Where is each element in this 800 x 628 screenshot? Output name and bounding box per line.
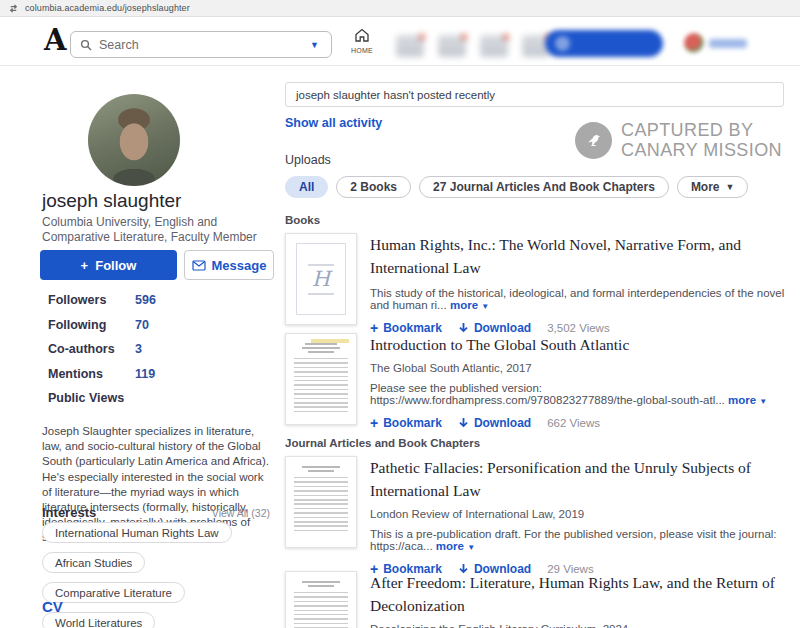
- more-link[interactable]: more: [728, 394, 756, 406]
- upload-item: After Freedom: Literature, Human Rights …: [285, 571, 785, 628]
- nav-home[interactable]: HOME: [345, 28, 379, 54]
- browser-url-bar[interactable]: columbia.academia.edu/josephslaughter: [0, 0, 800, 17]
- page-heading-line: [302, 581, 341, 583]
- plus-icon: +: [370, 415, 378, 431]
- item-thumbnail[interactable]: H: [285, 233, 357, 325]
- item-meta: The Global South Atlantic, 2017: [370, 362, 785, 374]
- stat-label: Mentions: [48, 367, 135, 381]
- filter-all[interactable]: All: [285, 176, 328, 198]
- search-caret-icon[interactable]: ▼: [310, 40, 319, 50]
- activity-status-box: joseph slaughter hasn't posted recently: [285, 82, 784, 107]
- blurred-nav-items: [396, 35, 550, 57]
- filter-books[interactable]: 2 Books: [336, 176, 411, 198]
- bookmark-label: Bookmark: [383, 416, 442, 430]
- search-box[interactable]: ▼: [70, 31, 332, 58]
- bookmark-button[interactable]: +Bookmark: [370, 415, 442, 431]
- item-title[interactable]: Introduction to The Global South Atlanti…: [370, 333, 785, 356]
- filter-more-label: More: [691, 180, 720, 194]
- page: columbia.academia.edu/josephslaughter A …: [0, 0, 800, 628]
- search-input[interactable]: [99, 38, 289, 52]
- blurred-user-avatar[interactable]: [684, 33, 704, 53]
- url-text[interactable]: columbia.academia.edu/josephslaughter: [25, 3, 190, 13]
- filter-journal-articles[interactable]: 27 Journal Articles And Book Chapters: [419, 176, 669, 198]
- stat-label: Following: [48, 318, 135, 332]
- message-button[interactable]: Message: [184, 250, 274, 280]
- stat-row[interactable]: Public Views: [48, 386, 263, 411]
- item-meta: Decolonizing the English Literary Curric…: [370, 623, 785, 628]
- blurred-primary-button[interactable]: [545, 30, 663, 57]
- stat-label: Followers: [48, 293, 135, 307]
- item-meta: London Review of International Law, 2019: [370, 508, 785, 520]
- more-caret-icon: ▼: [759, 397, 767, 406]
- site-header: A ▼ HOME: [0, 17, 800, 66]
- more-link[interactable]: more: [436, 540, 464, 552]
- view-all-link[interactable]: View All (32): [212, 507, 270, 519]
- show-all-activity-link[interactable]: Show all activity: [285, 116, 382, 130]
- profile-name: joseph slaughter: [42, 190, 181, 212]
- academia-logo[interactable]: A: [44, 23, 67, 57]
- page-text-lines: [294, 358, 348, 414]
- stat-value: 70: [135, 318, 149, 332]
- watermark-text: CAPTURED BY CANARY MISSION: [621, 120, 782, 160]
- description-text: This is a pre-publication draft. For the…: [370, 528, 777, 552]
- follow-label: Follow: [95, 258, 136, 273]
- chevron-down-icon: ▼: [726, 182, 735, 192]
- item-actions: +Bookmark Download 662 Views: [370, 415, 785, 431]
- item-description: This is a pre-publication draft. For the…: [370, 528, 785, 552]
- page-heading-line: [302, 347, 341, 349]
- more-link[interactable]: more: [450, 299, 478, 311]
- item-content: Pathetic Fallacies: Personification and …: [370, 456, 785, 577]
- blurred-nav-item[interactable]: [480, 35, 508, 57]
- stat-row[interactable]: Followers 596: [48, 288, 263, 313]
- interests-header: Interests View All (32): [42, 505, 270, 520]
- item-thumbnail[interactable]: [285, 456, 357, 548]
- search-icon: [80, 39, 92, 51]
- stat-row[interactable]: Mentions 119: [48, 362, 263, 387]
- page-text-lines: [294, 477, 348, 533]
- upload-item: H Human Rights, Inc.: The World Novel, N…: [285, 233, 785, 336]
- interest-tag[interactable]: International Human Rights Law: [42, 522, 232, 543]
- cover-line: [308, 293, 334, 295]
- canary-bird-icon: [575, 122, 612, 159]
- item-title[interactable]: Human Rights, Inc.: The World Novel, Nar…: [370, 233, 785, 279]
- page-heading-line: [308, 470, 334, 472]
- views-count: 662 Views: [547, 417, 600, 429]
- stat-value: 3: [135, 342, 142, 356]
- download-icon: [458, 417, 469, 429]
- item-title[interactable]: Pathetic Fallacies: Personification and …: [370, 456, 785, 502]
- stat-label: Co-authors: [48, 342, 135, 356]
- item-description: This study of the historical, ideologica…: [370, 287, 785, 311]
- filter-more[interactable]: More ▼: [677, 176, 749, 198]
- book-cover-art: H: [296, 243, 346, 315]
- uploads-title: Uploads: [285, 153, 331, 167]
- page-heading-line: [305, 343, 337, 345]
- interests-title: Interests: [42, 505, 96, 520]
- item-thumbnail[interactable]: [285, 571, 357, 628]
- more-caret-icon: ▼: [481, 302, 489, 311]
- watermark: CAPTURED BY CANARY MISSION: [575, 120, 782, 160]
- stat-row[interactable]: Co-authors 3: [48, 337, 263, 362]
- upload-item: Introduction to The Global South Atlanti…: [285, 333, 785, 431]
- blurred-user-name: [709, 39, 747, 48]
- upload-filters: All 2 Books 27 Journal Articles And Book…: [285, 176, 748, 198]
- stat-value: 119: [135, 367, 155, 381]
- section-journal-label: Journal Articles and Book Chapters: [285, 437, 480, 449]
- description-text: This study of the historical, ideologica…: [370, 287, 784, 311]
- highlight-mark: [311, 339, 349, 343]
- plus-icon: +: [81, 258, 89, 273]
- blurred-nav-item[interactable]: [438, 35, 466, 57]
- interest-tag[interactable]: African Studies: [42, 552, 145, 573]
- cover-monogram: H: [312, 269, 330, 290]
- cv-link[interactable]: CV: [42, 598, 63, 615]
- item-content: Introduction to The Global South Atlanti…: [370, 333, 785, 431]
- item-thumbnail[interactable]: [285, 333, 357, 425]
- follow-button[interactable]: + Follow: [40, 250, 177, 280]
- envelope-icon: [192, 260, 206, 271]
- cover-line: [308, 264, 334, 266]
- interest-tag[interactable]: Comparative Literature: [42, 582, 185, 603]
- stat-row[interactable]: Following 70: [48, 313, 263, 338]
- blurred-nav-item[interactable]: [396, 35, 424, 57]
- download-button[interactable]: Download: [458, 416, 531, 430]
- item-title[interactable]: After Freedom: Literature, Human Rights …: [370, 571, 785, 617]
- description-text: Please see the published version: https:…: [370, 382, 725, 406]
